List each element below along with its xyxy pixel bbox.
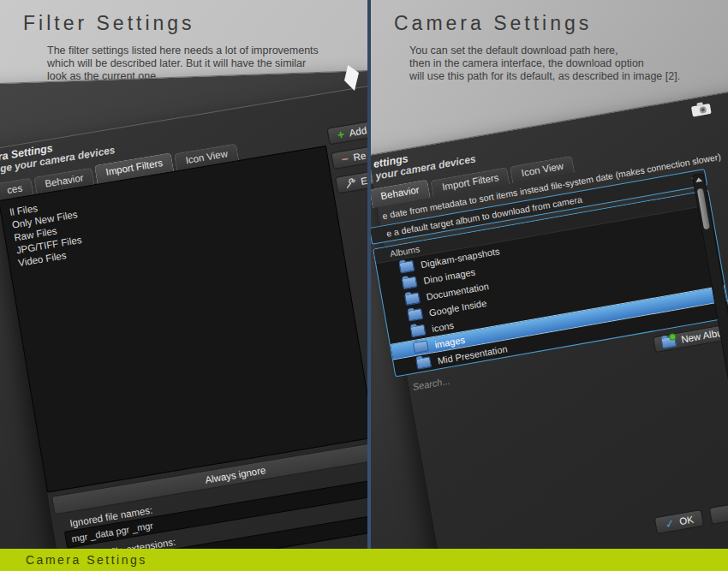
minus-icon: − [341, 154, 349, 164]
folder-icon [410, 324, 427, 338]
description-line: You can set the default download path he… [409, 45, 680, 57]
ok-button-label: OK [678, 514, 694, 527]
folder-icon [415, 356, 432, 370]
plus-icon: + [337, 130, 345, 140]
dialog-body: ettings your camera devices BehaviorImpo… [371, 96, 728, 534]
footer-bar-label: Camera Settings [26, 553, 147, 567]
file-filter-list: ll FilesOnly New FilesRaw FilesJPG/TIFF … [0, 146, 367, 492]
folder-icon [404, 292, 421, 306]
description-line: then in the camera interface, the downlo… [409, 57, 680, 70]
camera-settings-panel: Camera Settings You can set the default … [371, 0, 728, 571]
scroll-up-arrow[interactable] [694, 176, 705, 182]
filter-settings-panel: Filter Settings The filter settings list… [0, 0, 367, 571]
description-line: The filter settings listed here needs a … [47, 45, 319, 57]
right-description: You can set the default download path he… [409, 45, 680, 83]
album-name: icons [431, 319, 454, 333]
remove-button-label: Re [353, 151, 367, 163]
right-heading: Camera Settings [394, 12, 592, 35]
add-button-label: Add [349, 125, 367, 138]
new-album-icon [661, 335, 677, 348]
left-heading: Filter Settings [23, 12, 195, 35]
wrench-icon [344, 177, 356, 189]
presentation-slide: Filter Settings The filter settings list… [0, 0, 728, 571]
panel-divider [367, 0, 371, 571]
ok-button[interactable]: ✓ OK [654, 509, 704, 534]
folder-icon [407, 308, 423, 322]
footer-bar: Camera Settings [0, 549, 728, 571]
edit-button-label: E [360, 175, 367, 187]
folder-icon [398, 260, 415, 274]
partial-button[interactable] [709, 503, 728, 525]
description-line: will use this path for its default, as d… [409, 70, 680, 83]
description-line: which will be described later. But it wi… [47, 57, 319, 70]
folder-icon [402, 277, 418, 290]
folder-icon [413, 340, 429, 354]
camera-behavior-dialog: ettings your camera devices BehaviorImpo… [371, 62, 728, 571]
check-icon: ✓ [665, 518, 676, 529]
